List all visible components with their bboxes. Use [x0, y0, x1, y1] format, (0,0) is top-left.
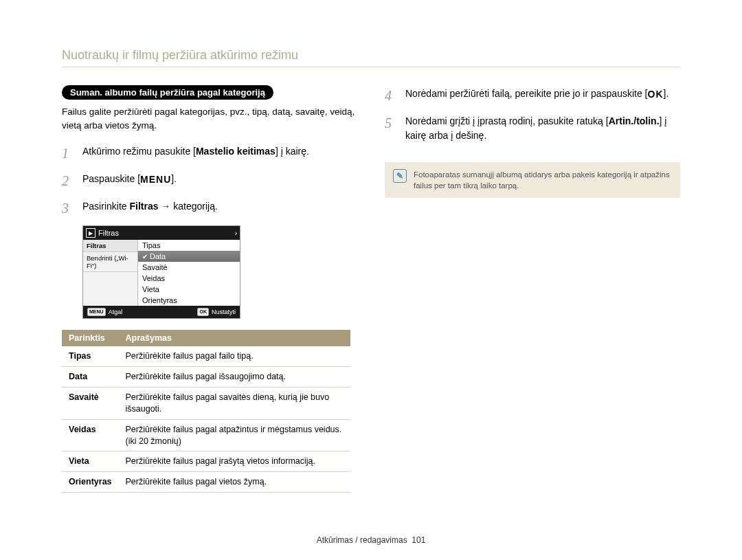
page-title: Nuotraukų ir filmų peržiūra atkūrimo rež…	[62, 48, 680, 67]
step-4: 4 Norėdami peržiūrėti failą, pereikite p…	[385, 85, 680, 106]
step-2-pre: Paspauskite [	[82, 173, 140, 184]
step-1: 1 Atkūrimo režimu pasukite [Mastelio kei…	[62, 143, 357, 164]
step-4-post: ].	[664, 88, 669, 99]
menu-key-icon: MENU	[87, 308, 106, 316]
right-column: 4 Norėdami peržiūrėti failą, pereikite p…	[385, 85, 680, 493]
note-text: Fotoaparatas sumanųjį albumą atidarys ar…	[414, 169, 672, 191]
device-item-data: ✔Data	[138, 251, 240, 262]
step-number: 2	[62, 170, 74, 191]
options-table: Parinktis Aprašymas TipasPeržiūrėkite fa…	[62, 330, 350, 493]
step-1-post: ] į kairę.	[276, 146, 309, 157]
step-2: 2 Paspauskite [MENU].	[62, 170, 357, 191]
step-3-post: → kategoriją.	[158, 201, 217, 212]
device-item-orientyras: Orientyras	[138, 295, 240, 306]
step-1-pre: Atkūrimo režimu pasukite [	[82, 146, 196, 157]
step-1-bold: Mastelio keitimas	[196, 146, 276, 157]
device-item-savaite: Savaitė	[138, 262, 240, 273]
table-row: TipasPeržiūrėkite failus pagal failo tip…	[62, 346, 350, 366]
ok-key-icon: OK	[197, 308, 209, 316]
step-2-post: ].	[171, 173, 177, 184]
step-4-pre: Norėdami peržiūrėti failą, pereikite pri…	[405, 88, 648, 99]
note-box: ✎ Fotoaparatas sumanųjį albumą atidarys …	[385, 162, 680, 198]
table-row: DataPeržiūrėkite failus pagal išsaugojim…	[62, 367, 350, 388]
ok-button-label: OK	[648, 87, 664, 102]
table-row: VeidasPeržiūrėkite failus pagal atpažint…	[62, 419, 350, 451]
device-screenshot: ▶ Filtras › Filtras Bendrinti („Wi-Fi“) …	[82, 225, 240, 319]
play-icon: ▶	[86, 228, 95, 238]
device-item-veidas: Veidas	[138, 273, 240, 284]
step-number: 4	[385, 85, 397, 106]
intro-text: Failus galite peržiūrėti pagal kategorij…	[62, 105, 357, 132]
step-5-bold: Artin./tolin.	[609, 115, 660, 126]
step-3-pre: Pasirinkite	[82, 201, 129, 212]
section-pill: Suman. albumo failų peržiūra pagal kateg…	[62, 85, 273, 100]
device-tab-share: Bendrinti („Wi-Fi“)	[83, 252, 137, 272]
device-top-label: Filtras	[98, 229, 119, 237]
set-label: Nustatyti	[212, 309, 236, 315]
table-row: VietaPeržiūrėkite failus pagal įrašytą v…	[62, 451, 350, 472]
device-item-vieta: Vieta	[138, 284, 240, 295]
table-row: OrientyrasPeržiūrėkite failus pagal viet…	[62, 472, 350, 493]
footer-page-number: 101	[412, 535, 425, 545]
step-5-pre: Norėdami grįžti į įprastą rodinį, pasuki…	[405, 115, 609, 126]
footer-section: Atkūrimas / redagavimas	[317, 535, 407, 545]
step-5: 5 Norėdami grįžti į įprastą rodinį, pasu…	[385, 113, 680, 143]
device-item-tipas: Tipas	[138, 240, 240, 251]
table-row: SavaitėPeržiūrėkite failus pagal savaitė…	[62, 387, 350, 419]
step-3-bold: Filtras	[129, 201, 158, 212]
step-3: 3 Pasirinkite Filtras → kategoriją.	[62, 198, 357, 219]
page-footer: Atkūrimas / redagavimas 101	[0, 535, 742, 545]
info-icon: ✎	[393, 169, 407, 183]
step-number: 3	[62, 198, 74, 219]
menu-button-label: MENU	[140, 172, 171, 187]
step-number: 5	[385, 113, 397, 143]
check-icon: ✔	[142, 253, 148, 260]
back-label: Atgal	[109, 309, 123, 315]
options-header-aprasymas: Aprašymas	[119, 330, 350, 346]
chevron-right-icon: ›	[235, 229, 237, 237]
device-tab-filter: Filtras	[83, 240, 137, 252]
step-number: 1	[62, 143, 74, 164]
options-header-parinktis: Parinktis	[62, 330, 119, 346]
left-column: Suman. albumo failų peržiūra pagal kateg…	[62, 85, 357, 493]
